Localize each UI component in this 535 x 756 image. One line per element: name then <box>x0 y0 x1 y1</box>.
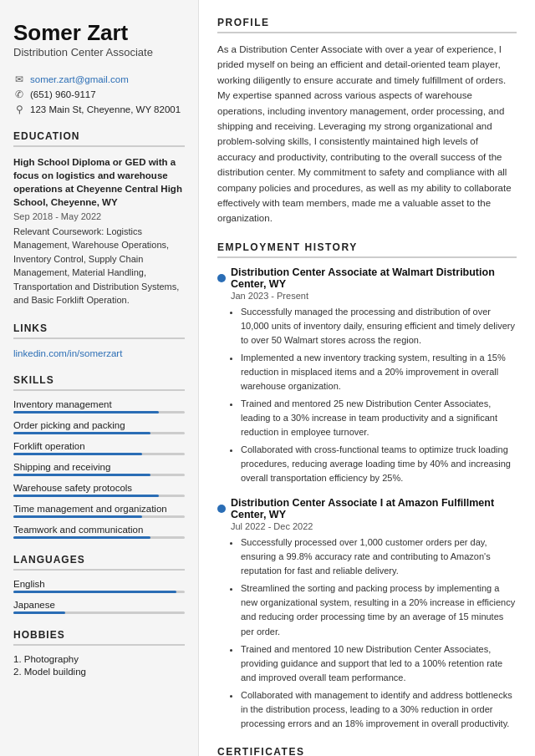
education-heading: EDUCATION <box>13 130 185 147</box>
hobby-item: 2. Model building <box>13 667 185 677</box>
job-dot <box>217 274 226 282</box>
candidate-name: Somer Zart <box>13 20 185 46</box>
skill-bar-fill <box>13 536 150 539</box>
skill-item: Forklift operation <box>13 441 185 455</box>
contact-address: ⚲ 123 Main St, Cheyenne, WY 82001 <box>13 104 185 115</box>
hobbies-list: 1. Photography2. Model building <box>13 654 185 677</box>
job-bullet: Trained and mentored 25 new Distribution… <box>241 397 517 439</box>
education-degree: High School Diploma or GED with a focus … <box>13 155 185 209</box>
skill-label: Time management and organization <box>13 504 185 514</box>
skill-item: Shipping and receiving <box>13 462 185 476</box>
job-bullet: Collaborated with cross-functional teams… <box>241 443 517 485</box>
employment-list: Distribution Center Associate at Walmart… <box>217 266 517 731</box>
skill-label: Inventory management <box>13 399 185 409</box>
language-bar-fill <box>13 591 176 593</box>
education-coursework: Relevant Coursework: Logistics Managemen… <box>13 225 185 307</box>
contact-email: ✉ somer.zart@gmail.com <box>13 74 185 85</box>
profile-heading: PROFILE <box>217 17 517 33</box>
skill-bar-fill <box>13 432 150 434</box>
skills-heading: SKILLS <box>13 374 185 391</box>
location-icon: ⚲ <box>13 104 25 115</box>
skill-bar-fill <box>13 495 159 497</box>
skill-item: Teamwork and communication <box>13 525 185 539</box>
language-item: English <box>13 579 185 593</box>
contact-section: ✉ somer.zart@gmail.com ✆ (651) 960-9117 … <box>13 74 185 115</box>
skill-bar-fill <box>13 474 150 476</box>
skill-bar-bg <box>13 411 185 414</box>
candidate-title: Distribution Center Associate <box>13 46 185 58</box>
certificates-heading: CERTIFICATES <box>217 746 517 756</box>
job-block: Distribution Center Associate I at Amazo… <box>217 497 517 731</box>
skill-label: Order picking and packing <box>13 420 185 430</box>
skill-bar-bg <box>13 515 185 518</box>
job-title: Distribution Center Associate at Walmart… <box>217 266 517 290</box>
skill-label: Warehouse safety protocols <box>13 483 185 493</box>
hobbies-heading: HOBBIES <box>13 629 185 646</box>
profile-text: As a Distribution Center Associate with … <box>217 42 517 226</box>
skill-bar-fill <box>13 411 159 414</box>
page: Somer Zart Distribution Center Associate… <box>0 0 535 756</box>
skill-label: Shipping and receiving <box>13 462 185 472</box>
skill-label: Teamwork and communication <box>13 525 185 535</box>
job-bullet: Implemented a new inventory tracking sys… <box>241 351 517 393</box>
languages-list: English Japanese <box>13 579 185 614</box>
main-content: PROFILE As a Distribution Center Associa… <box>199 0 535 756</box>
linkedin-url[interactable]: linkedin.com/in/somerzart <box>13 348 122 358</box>
job-bullet: Successfully managed the processing and … <box>241 305 517 348</box>
linkedin-link[interactable]: linkedin.com/in/somerzart <box>13 348 185 359</box>
employment-heading: EMPLOYMENT HISTORY <box>217 241 517 258</box>
links-heading: LINKS <box>13 322 185 339</box>
skill-bar-fill <box>13 453 142 455</box>
job-date: Jan 2023 - Present <box>231 291 517 301</box>
language-bar-fill <box>13 611 65 614</box>
contact-phone: ✆ (651) 960-9117 <box>13 89 185 100</box>
sidebar: Somer Zart Distribution Center Associate… <box>0 0 199 756</box>
job-title: Distribution Center Associate I at Amazo… <box>217 497 517 520</box>
job-dot <box>217 505 226 513</box>
language-item: Japanese <box>13 600 185 614</box>
language-label: English <box>13 579 185 589</box>
skill-item: Warehouse safety protocols <box>13 483 185 497</box>
job-bullet: Trained and mentored 10 new Distribution… <box>241 642 517 685</box>
job-bullet: Successfully processed over 1,000 custom… <box>241 535 517 578</box>
education-date: Sep 2018 - May 2022 <box>13 211 185 221</box>
skill-bar-bg <box>13 474 185 476</box>
skill-bar-fill <box>13 515 142 518</box>
skills-list: Inventory management Order picking and p… <box>13 399 185 539</box>
skill-bar-bg <box>13 495 185 497</box>
email-link[interactable]: somer.zart@gmail.com <box>30 74 129 84</box>
skill-item: Time management and organization <box>13 504 185 518</box>
skill-item: Inventory management <box>13 399 185 414</box>
skill-bar-bg <box>13 453 185 455</box>
job-date: Jul 2022 - Dec 2022 <box>231 521 517 531</box>
phone-number: (651) 960-9117 <box>30 89 96 99</box>
skill-label: Forklift operation <box>13 441 185 451</box>
hobby-item: 1. Photography <box>13 654 185 664</box>
language-label: Japanese <box>13 600 185 610</box>
email-icon: ✉ <box>13 74 25 85</box>
job-bullet: Streamlined the sorting and packing proc… <box>241 581 517 638</box>
job-bullets: Successfully processed over 1,000 custom… <box>231 535 517 731</box>
skill-item: Order picking and packing <box>13 420 185 434</box>
language-bar-bg <box>13 591 185 593</box>
language-bar-bg <box>13 611 185 614</box>
job-bullets: Successfully managed the processing and … <box>231 305 517 486</box>
phone-icon: ✆ <box>13 89 25 100</box>
skill-bar-bg <box>13 432 185 434</box>
job-bullet: Collaborated with management to identify… <box>241 688 517 731</box>
address-text: 123 Main St, Cheyenne, WY 82001 <box>30 104 181 114</box>
languages-heading: LANGUAGES <box>13 554 185 571</box>
job-block: Distribution Center Associate at Walmart… <box>217 266 517 486</box>
skill-bar-bg <box>13 536 185 539</box>
